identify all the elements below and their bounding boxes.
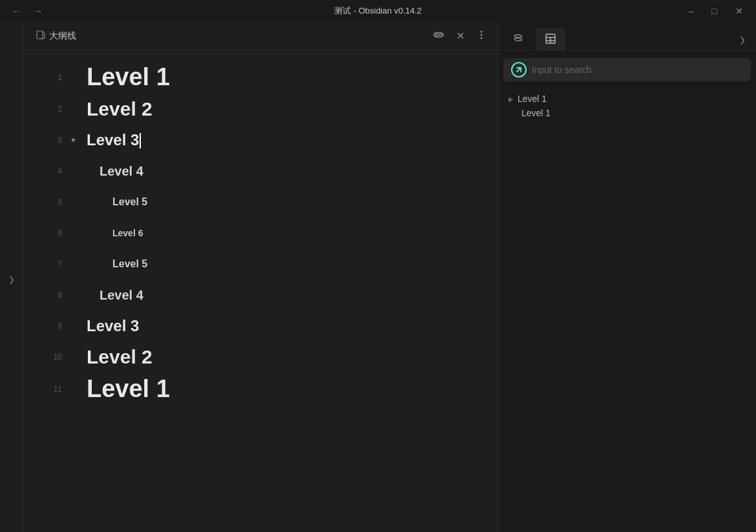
- heading-num-6: 6: [49, 229, 62, 238]
- app-layout: ❯: [0, 22, 756, 532]
- heading-row-6: 6Level 6: [49, 220, 472, 246]
- heading-row-8: 8Level 4: [49, 282, 472, 308]
- outline-tree: ▶ Level 1 Level 1: [503, 92, 751, 120]
- tab-bar: 大纲线 ✕: [23, 22, 498, 50]
- outline-item-1[interactable]: ▶ Level 1: [506, 92, 751, 106]
- forward-button[interactable]: →: [30, 5, 47, 17]
- heading-text-8: Level 4: [87, 288, 143, 303]
- svg-point-28: [436, 34, 438, 36]
- heading-text-11: Level 1: [87, 375, 170, 403]
- tab-properties-view[interactable]: [536, 28, 565, 50]
- back-button[interactable]: ←: [8, 5, 25, 17]
- more-options-button[interactable]: [473, 28, 490, 44]
- sidebar-collapse-toggle[interactable]: ❯: [5, 27, 18, 532]
- heading-row-7: 7Level 5: [49, 251, 472, 277]
- heading-row-10: 10Level 2: [49, 344, 472, 370]
- heading-num-8: 8: [49, 291, 62, 300]
- heading-row-11: 11Level 1: [49, 375, 472, 403]
- search-icon: [511, 62, 527, 77]
- reading-view-button[interactable]: [430, 28, 448, 45]
- tab-file-icon: [36, 30, 45, 41]
- heading-num-3: 3: [49, 136, 62, 145]
- heading-fold-3[interactable]: ▼: [70, 136, 79, 144]
- window-title: 测试 - Obsidian v0.14.2: [334, 5, 421, 17]
- svg-point-29: [439, 34, 442, 36]
- heading-text-1: Level 1: [87, 63, 170, 91]
- heading-num-11: 11: [49, 385, 62, 394]
- heading-text-5: Level 5: [87, 196, 147, 208]
- tab-actions: ✕: [430, 28, 490, 45]
- heading-row-2: 2Level 2: [49, 96, 472, 122]
- title-bar: ← → 测试 - Obsidian v0.14.2 – □ ✕: [0, 0, 756, 22]
- heading-text-6: Level 6: [87, 228, 143, 238]
- sidebar-left: ❯: [0, 22, 23, 532]
- svg-point-30: [481, 30, 483, 32]
- title-bar-nav: ← →: [8, 5, 47, 17]
- heading-num-10: 10: [49, 353, 62, 362]
- heading-text-3: Level 3: [87, 131, 141, 149]
- text-cursor: [140, 133, 141, 148]
- restore-button[interactable]: □: [707, 5, 722, 17]
- heading-row-1: 1Level 1: [49, 63, 472, 91]
- right-panel-tabs: ❯: [498, 22, 756, 50]
- right-panel-expand[interactable]: ❯: [734, 30, 751, 50]
- tab-label: 大纲线: [49, 30, 76, 42]
- heading-text-2: Level 2: [87, 98, 152, 120]
- right-panel: ❯ ▶ Level 1 Leve: [498, 22, 756, 532]
- editor-wrapper: 1Level 12Level 23▼Level 34Level 45Level …: [23, 50, 498, 532]
- svg-rect-27: [37, 31, 43, 39]
- outline-item-2[interactable]: Level 1: [506, 106, 751, 120]
- heading-num-1: 1: [49, 73, 62, 82]
- heading-text-4: Level 4: [87, 164, 143, 179]
- search-input[interactable]: [532, 65, 743, 75]
- search-box[interactable]: [503, 58, 751, 81]
- heading-text-7: Level 5: [87, 258, 147, 270]
- outline-item-label-2: Level 1: [521, 108, 551, 118]
- svg-point-31: [481, 34, 483, 36]
- editor-area[interactable]: 1Level 12Level 23▼Level 34Level 45Level …: [23, 50, 498, 532]
- tab-outline-view[interactable]: [503, 28, 533, 50]
- heading-text-9: Level 3: [87, 317, 139, 335]
- close-button[interactable]: ✕: [730, 5, 748, 17]
- minimize-button[interactable]: –: [684, 5, 699, 17]
- window-controls: – □ ✕: [684, 5, 748, 17]
- heading-num-4: 4: [49, 167, 62, 176]
- heading-row-3: 3▼Level 3: [49, 127, 472, 153]
- heading-row-9: 9Level 3: [49, 313, 472, 339]
- content-pane: 大纲线 ✕: [23, 22, 498, 532]
- heading-text-10: Level 2: [87, 346, 152, 368]
- close-tab-button[interactable]: ✕: [453, 28, 468, 43]
- heading-num-5: 5: [49, 198, 62, 207]
- outline-arrow-1: ▶: [509, 96, 514, 103]
- heading-num-7: 7: [49, 260, 62, 269]
- right-panel-content: ▶ Level 1 Level 1: [498, 50, 756, 532]
- svg-point-32: [481, 37, 483, 39]
- heading-row-4: 4Level 4: [49, 158, 472, 184]
- heading-row-5: 5Level 5: [49, 189, 472, 215]
- heading-num-9: 9: [49, 322, 62, 331]
- outline-item-label-1: Level 1: [518, 94, 547, 104]
- heading-num-2: 2: [49, 105, 62, 114]
- tab-outline[interactable]: 大纲线: [31, 28, 81, 45]
